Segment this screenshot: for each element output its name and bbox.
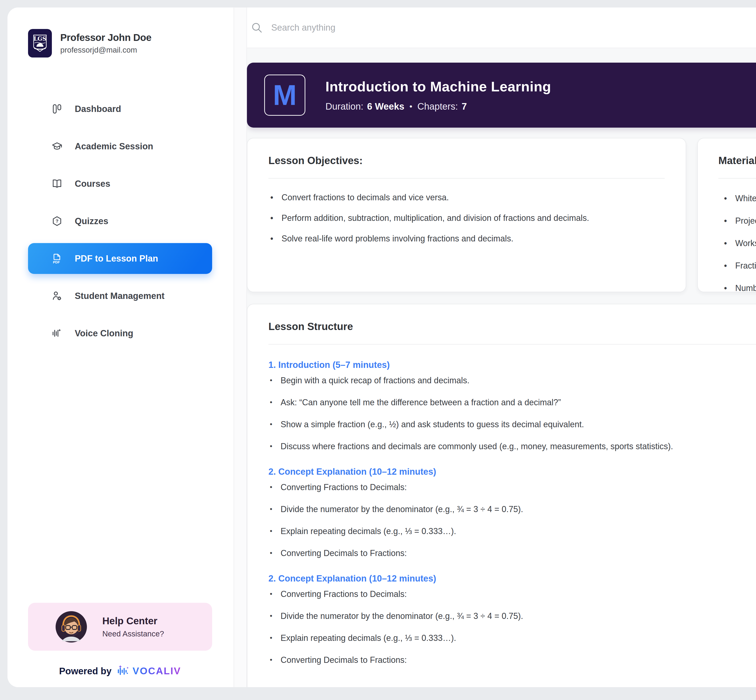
app-window: LGS Professor John Doe professorjd@mail.… <box>8 8 756 687</box>
materials-list: WhiteboardProjectorWorksheetsFraction st… <box>719 194 756 292</box>
list-item: Convert fractions to decimals and vice v… <box>268 192 665 202</box>
sidebar-item-label: Voice Cloning <box>75 328 133 338</box>
lesson-objectives-title: Lesson Objectives: <box>268 138 665 166</box>
course-icon: M <box>264 75 306 116</box>
section-heading-3: 2. Concept Explanation (10–12 minutes) <box>268 573 756 584</box>
materials-title: Materials: <box>719 138 756 166</box>
search-icon <box>251 22 263 34</box>
help-avatar-icon <box>56 611 87 642</box>
topbar: Search anything <box>247 8 756 48</box>
sidebar-item-voice-cloning[interactable]: Voice Cloning <box>28 315 212 352</box>
meta-separator: • <box>410 102 412 111</box>
vocaliv-wordmark: VOCALIV <box>132 666 181 677</box>
sidebar-item-label: Dashboard <box>75 104 121 114</box>
list-item: Ask: “Can anyone tell me the difference … <box>268 398 756 407</box>
profile-name: Professor John Doe <box>60 32 151 43</box>
sidebar-item-student-management[interactable]: Student Management <box>28 277 212 315</box>
list-item: Whiteboard <box>719 194 756 203</box>
list-item: Solve real-life word problems involving … <box>268 234 665 244</box>
sidebar-item-courses[interactable]: Courses <box>28 165 212 202</box>
section-bullets: Converting Fractions to Decimals:Divide … <box>268 589 756 665</box>
profile-email: professorjd@mail.com <box>60 45 151 55</box>
list-item: Converting Decimals to Fractions: <box>268 548 756 558</box>
svg-text:?: ? <box>56 219 58 223</box>
sidebar-item-label: Academic Session <box>75 141 153 152</box>
sidebar-item-pdf-to-lesson-plan[interactable]: PDFPDF to Lesson Plan <box>28 243 212 274</box>
graduation-cap-icon <box>51 141 62 152</box>
sidebar: LGS Professor John Doe professorjd@mail.… <box>8 8 234 687</box>
school-logo-icon: LGS <box>28 29 52 58</box>
section-heading-1: 1. Introduction (5–7 minutes) <box>268 360 756 370</box>
section-bullets: Begin with a quick recap of fractions an… <box>268 376 756 451</box>
svg-text:PDF: PDF <box>53 260 60 264</box>
list-item: Fraction strips <box>719 261 756 271</box>
chapters-label: Chapters: <box>418 101 458 112</box>
list-item: Converting Fractions to Decimals: <box>268 589 756 599</box>
duration-value: 6 Weeks <box>367 101 404 112</box>
main-area: Search anything M Introduction to Machin… <box>247 8 756 687</box>
list-item: Show a simple fraction (e.g., ½) and ask… <box>268 420 756 429</box>
lesson-structure-title: Lesson Structure <box>268 304 756 332</box>
powered-by: Powered by VOCALIV <box>28 664 212 678</box>
list-item: Number lines <box>719 283 756 292</box>
sidebar-item-label: PDF to Lesson Plan <box>75 253 158 264</box>
list-item: Explain repeating decimals (e.g., ⅓ = 0.… <box>268 633 756 643</box>
sidebar-item-academic-session[interactable]: Academic Session <box>28 128 212 165</box>
svg-text:LGS: LGS <box>34 35 47 42</box>
list-item: Converting Fractions to Decimals: <box>268 483 756 492</box>
list-item: Divide the numerator by the denominator … <box>268 505 756 514</box>
vocaliv-logo: VOCALIV <box>117 664 181 678</box>
content: M Introduction to Machine Learning Durat… <box>247 48 756 687</box>
lesson-objectives-card: Lesson Objectives: Convert fractions to … <box>247 138 686 292</box>
course-header-card: M Introduction to Machine Learning Durat… <box>247 62 756 128</box>
help-title: Help Center <box>102 616 164 627</box>
list-item: Begin with a quick recap of fractions an… <box>268 376 756 385</box>
materials-card: Materials: WhiteboardProjectorWorksheets… <box>697 138 756 292</box>
course-meta: Duration: 6 Weeks • Chapters: 7 <box>326 101 551 112</box>
chapters-value: 7 <box>461 101 467 112</box>
list-item: Projector <box>719 216 756 226</box>
duration-label: Duration: <box>326 101 363 112</box>
help-center-card[interactable]: Help Center Need Assistance? <box>28 603 212 651</box>
section-heading-2: 2. Concept Explanation (10–12 minutes) <box>268 467 756 477</box>
course-title: Introduction to Machine Learning <box>326 78 551 95</box>
list-item: Explain repeating decimals (e.g., ⅓ = 0.… <box>268 527 756 536</box>
pdf-file-icon: PDF <box>51 253 62 264</box>
sidebar-scrollbar[interactable] <box>234 8 247 687</box>
list-item: Perform addition, subtraction, multiplic… <box>268 213 665 223</box>
lesson-objectives-list: Convert fractions to decimals and vice v… <box>268 192 665 244</box>
lesson-structure-sections: 1. Introduction (5–7 minutes)Begin with … <box>268 360 756 665</box>
voice-wave-icon <box>51 328 62 339</box>
lesson-structure-card: Lesson Structure 1. Introduction (5–7 mi… <box>247 304 756 687</box>
book-icon <box>51 178 62 189</box>
sidebar-item-dashboard[interactable]: Dashboard <box>28 90 212 128</box>
sidebar-item-label: Student Management <box>75 291 164 301</box>
help-subtitle: Need Assistance? <box>102 630 164 638</box>
student-gear-icon <box>51 290 62 302</box>
sidebar-item-label: Quizzes <box>75 216 108 226</box>
sidebar-item-label: Courses <box>75 179 110 189</box>
list-item: Worksheets <box>719 238 756 248</box>
list-item: Divide the numerator by the denominator … <box>268 611 756 621</box>
vocaliv-wave-icon <box>117 664 130 678</box>
profile: LGS Professor John Doe professorjd@mail.… <box>28 29 212 58</box>
powered-by-label: Powered by <box>59 666 112 677</box>
search-input[interactable]: Search anything <box>271 23 335 33</box>
quiz-icon: ? <box>51 216 62 227</box>
sidebar-item-quizzes[interactable]: ?Quizzes <box>28 202 212 240</box>
list-item: Converting Decimals to Fractions: <box>268 655 756 665</box>
dashboard-icon <box>51 103 62 114</box>
sidebar-nav: DashboardAcademic SessionCourses?Quizzes… <box>28 90 212 352</box>
section-bullets: Converting Fractions to Decimals:Divide … <box>268 483 756 558</box>
list-item: Discuss where fractions and decimals are… <box>268 442 756 451</box>
